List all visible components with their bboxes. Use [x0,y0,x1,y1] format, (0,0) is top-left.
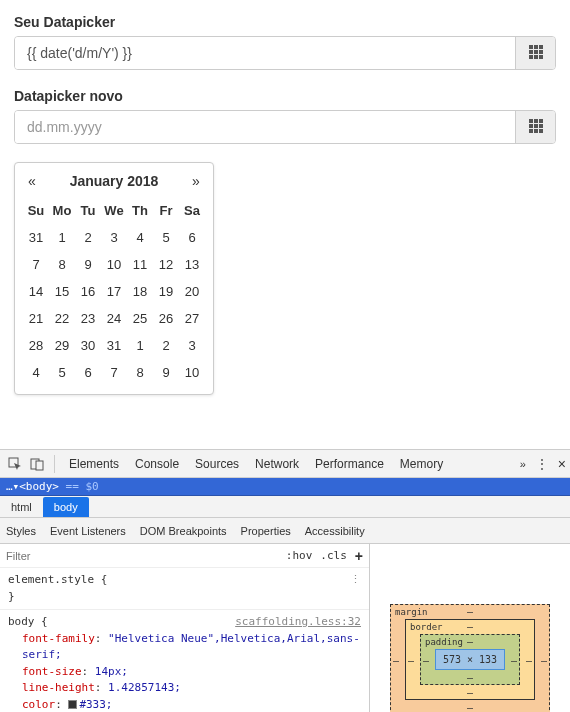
margin-bottom[interactable]: – [467,702,473,712]
calendar-day[interactable]: 1 [49,224,75,251]
rule2-selector[interactable]: body { [8,615,48,628]
field1-input[interactable] [15,37,515,69]
padding-left[interactable]: – [423,654,429,665]
border-bottom[interactable]: – [467,687,473,698]
hov-toggle[interactable]: :hov [286,549,313,562]
devtools-tab[interactable]: Sources [195,457,239,471]
calendar-day[interactable]: 7 [101,359,127,386]
calendar-day[interactable]: 1 [127,332,153,359]
svg-rect-12 [529,124,533,128]
filter-input[interactable] [6,550,278,562]
panel-tab[interactable]: Styles [6,525,36,537]
calendar-day[interactable]: 24 [101,305,127,332]
calendar-day[interactable]: 26 [153,305,179,332]
border-right[interactable]: – [526,654,532,665]
calendar-day[interactable]: 2 [75,224,101,251]
devtools-close-button[interactable]: × [558,456,566,472]
calendar-day[interactable]: 31 [101,332,127,359]
devtools-menu-icon[interactable]: ⋮ [536,457,548,471]
padding-bottom[interactable]: – [467,672,473,683]
calendar-day[interactable]: 29 [49,332,75,359]
calendar-day[interactable]: 23 [75,305,101,332]
css-property[interactable]: font-size: 14px; [8,664,361,681]
calendar-day[interactable]: 4 [23,359,49,386]
calendar-day[interactable]: 20 [179,278,205,305]
panel-tab[interactable]: Event Listeners [50,525,126,537]
rule2-source-link[interactable]: scaffolding.less:32 [235,614,361,631]
new-rule-button[interactable]: + [355,548,363,564]
device-icon[interactable] [26,453,48,475]
calendar-next-button[interactable]: » [189,173,203,189]
padding-top[interactable]: – [467,636,473,647]
breadcrumb[interactable]: …▾<body> == $0 [0,478,570,496]
panel-tab[interactable]: Properties [241,525,291,537]
field2-calendar-button[interactable] [515,111,555,143]
calendar-day[interactable]: 21 [23,305,49,332]
calendar-day[interactable]: 9 [153,359,179,386]
devtools-tab[interactable]: Performance [315,457,384,471]
calendar-day[interactable]: 8 [49,251,75,278]
calendar-day[interactable]: 30 [75,332,101,359]
cls-toggle[interactable]: .cls [320,549,347,562]
margin-top[interactable]: – [467,606,473,617]
calendar-day[interactable]: 31 [23,224,49,251]
css-property[interactable]: line-height: 1.42857143; [8,680,361,697]
calendar-day[interactable]: 6 [75,359,101,386]
calendar-day[interactable]: 25 [127,305,153,332]
border-top[interactable]: – [467,621,473,632]
svg-rect-17 [539,129,543,133]
field1-calendar-button[interactable] [515,37,555,69]
css-property[interactable]: font-family: "Helvetica Neue",Helvetica,… [8,631,361,664]
margin-left[interactable]: – [393,654,399,665]
calendar-day[interactable]: 3 [179,332,205,359]
calendar-day[interactable]: 5 [49,359,75,386]
calendar-day[interactable]: 13 [179,251,205,278]
calendar-day[interactable]: 17 [101,278,127,305]
calendar-day[interactable]: 10 [179,359,205,386]
calendar-day[interactable]: 10 [101,251,127,278]
panel-tab[interactable]: Accessibility [305,525,365,537]
border-left[interactable]: – [408,654,414,665]
field1-group [14,36,556,70]
calendar-day[interactable]: 11 [127,251,153,278]
calendar-day[interactable]: 12 [153,251,179,278]
calendar-day[interactable]: 3 [101,224,127,251]
svg-rect-1 [534,45,538,49]
calendar-prev-button[interactable]: « [25,173,39,189]
rule-menu-icon[interactable]: ⋮ [350,572,361,589]
calendar-popup: « January 2018 » SuMoTuWeThFrSa 31123456… [14,162,214,395]
panel-tab[interactable]: DOM Breakpoints [140,525,227,537]
calendar-day[interactable]: 7 [23,251,49,278]
calendar-day[interactable]: 15 [49,278,75,305]
calendar-day[interactable]: 8 [127,359,153,386]
calendar-day[interactable]: 27 [179,305,205,332]
content-size[interactable]: 573 × 133 [435,649,505,670]
calendar-day[interactable]: 22 [49,305,75,332]
box-model: margin – – – – border – – – – padding – [390,604,550,712]
tabs-overflow-button[interactable]: » [520,458,526,470]
calendar-day[interactable]: 28 [23,332,49,359]
inspect-icon[interactable] [4,453,26,475]
margin-right[interactable]: – [541,654,547,665]
calendar-day[interactable]: 4 [127,224,153,251]
field2-input[interactable] [15,111,515,143]
calendar-day[interactable]: 14 [23,278,49,305]
calendar-day[interactable]: 16 [75,278,101,305]
rule1-selector[interactable]: element.style { [8,573,107,586]
devtools-tab[interactable]: Console [135,457,179,471]
padding-right[interactable]: – [511,654,517,665]
calendar-day[interactable]: 18 [127,278,153,305]
calendar-day[interactable]: 6 [179,224,205,251]
devtools-tab[interactable]: Elements [69,457,119,471]
source-tab[interactable]: html [0,497,43,517]
calendar-day[interactable]: 9 [75,251,101,278]
calendar-day[interactable]: 2 [153,332,179,359]
calendar-day[interactable]: 19 [153,278,179,305]
source-tab[interactable]: body [43,497,89,517]
css-property[interactable]: color: #333; [8,697,361,713]
calendar-title[interactable]: January 2018 [70,173,159,189]
devtools-tab[interactable]: Memory [400,457,443,471]
devtools-tab[interactable]: Network [255,457,299,471]
calendar-day[interactable]: 5 [153,224,179,251]
border-label: border [410,622,443,632]
